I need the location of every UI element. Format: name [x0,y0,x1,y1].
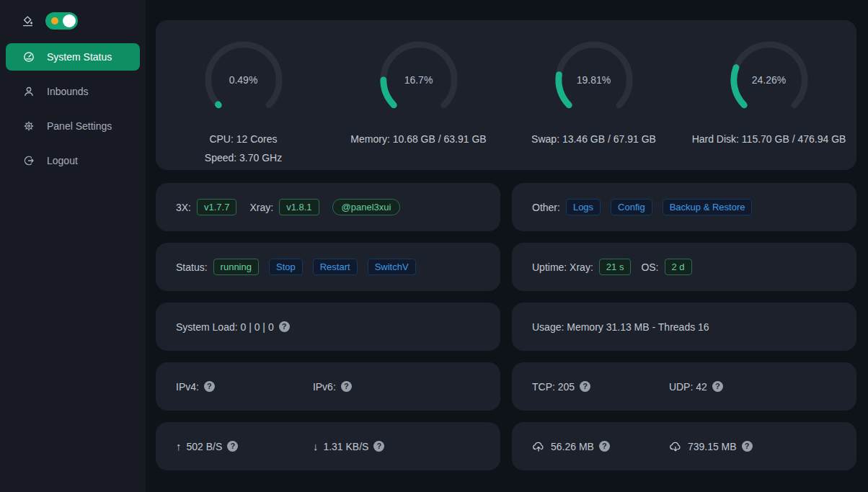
xray-version-label: Xray: [249,202,273,213]
config-button[interactable]: Config [611,199,652,215]
ip-card: IPv4: ? IPv6: ? [156,362,500,411]
disk-percent: 24.26% [727,37,812,122]
uptime-xray-badge: 21 s [599,259,632,275]
udp-count: UDP: 42 [669,381,707,393]
swap-label: Swap: 13.46 GB / 67.91 GB [531,130,656,148]
disk-label: Hard Disk: 115.70 GB / 476.94 GB [692,130,846,148]
sun-icon [51,17,58,24]
ipv4-label: IPv4: [176,381,199,393]
logout-icon [23,155,35,166]
memory-percent: 16.7% [376,37,461,122]
toggle-knob [63,14,76,27]
dashboard-icon [23,51,35,63]
traffic-received: 739.15 MB [688,441,737,452]
system-load-text: System Load: 0 | 0 | 0 [176,321,274,333]
speed-card: ↑ 502 B/S ? ↓ 1.31 KB/S ? [156,422,500,470]
disk-gauge: 24.26% Hard Disk: 115.70 GB / 476.94 GB [692,37,846,170]
sidebar-item-label: Panel Settings [47,120,112,132]
gear-icon [23,120,35,132]
download-speed: 1.31 KB/S [323,441,368,452]
help-icon[interactable]: ? [204,381,215,392]
arrow-up-icon: ↑ [176,440,182,452]
connections-card: TCP: 205 ? UDP: 42 ? [512,362,856,411]
upload-speed: 502 B/S [187,441,223,452]
logs-button[interactable]: Logs [566,199,601,215]
other-card: Other: Logs Config Backup & Restore [512,183,856,231]
help-icon[interactable]: ? [341,381,352,392]
help-icon[interactable]: ? [373,441,384,452]
panel-version-tag: v1.7.7 [197,199,236,215]
sidebar-item-label: Logout [47,155,78,166]
uptime-os-badge: 2 d [665,259,692,275]
cpu-percent: 0.49% [201,37,286,122]
swap-percent: 19.81% [552,37,637,122]
uptime-card: Uptime: Xray: 21 s OS: 2 d [512,243,856,291]
cloud-download-icon [669,441,682,452]
switch-version-button[interactable]: SwitchV [368,259,416,275]
help-icon[interactable]: ? [279,321,290,332]
sidebar-item-label: Inbounds [47,86,89,97]
main-content: 0.49% CPU: 12 Cores Speed: 3.70 GHz 16.7… [146,0,868,492]
dark-mode-toggle[interactable] [45,12,78,30]
uptime-os-label: OS: [641,261,658,273]
arrow-down-icon: ↓ [313,440,319,452]
version-card: 3X: v1.7.7 Xray: v1.8.1 @panel3xui [156,183,500,231]
sidebar-item-panel-settings[interactable]: Panel Settings [6,112,140,140]
memory-gauge: 16.7% Memory: 10.68 GB / 63.91 GB [350,37,486,170]
sidebar-item-inbounds[interactable]: Inbounds [6,78,140,105]
traffic-card: 56.26 MB ? 739.15 MB ? [512,422,856,470]
help-icon[interactable]: ? [742,441,753,452]
backup-restore-button[interactable]: Backup & Restore [663,199,753,215]
sidebar-item-logout[interactable]: Logout [6,147,140,174]
sidebar: System Status Inbounds Panel Settings [0,0,146,492]
restart-button[interactable]: Restart [313,259,358,275]
panel-version-label: 3X: [176,202,191,213]
system-status-card: 0.49% CPU: 12 Cores Speed: 3.70 GHz 16.7… [156,20,856,170]
memory-label: Memory: 10.68 GB / 63.91 GB [350,130,486,148]
usage-text: Usage: Memory 31.13 MB - Threads 16 [532,321,709,333]
help-icon[interactable]: ? [599,441,610,452]
help-icon[interactable]: ? [580,381,590,392]
status-label: Status: [176,261,208,273]
traffic-sent: 56.26 MB [551,441,594,452]
ipv6-label: IPv6: [313,381,336,393]
telegram-channel-tag[interactable]: @panel3xui [332,199,401,215]
cpu-label: CPU: 12 Cores Speed: 3.70 GHz [205,130,282,167]
system-load-card: System Load: 0 | 0 | 0 ? [156,303,500,351]
cpu-gauge: 0.49% CPU: 12 Cores Speed: 3.70 GHz [201,37,286,170]
sidebar-item-system-status[interactable]: System Status [6,43,140,71]
theme-icon [22,15,34,27]
tcp-count: TCP: 205 [532,381,575,393]
info-grid: 3X: v1.7.7 Xray: v1.8.1 @panel3xui Other… [156,183,856,470]
user-icon [23,86,35,97]
status-badge: running [213,259,259,275]
help-icon[interactable]: ? [712,381,723,392]
usage-card: Usage: Memory 31.13 MB - Threads 16 [512,303,856,351]
stop-button[interactable]: Stop [269,259,303,275]
cloud-upload-icon [532,441,545,452]
sidebar-item-label: System Status [47,51,112,63]
sidebar-header [0,10,146,32]
help-icon[interactable]: ? [227,441,238,452]
uptime-xray-label: Uptime: Xray: [532,261,593,273]
swap-gauge: 19.81% Swap: 13.46 GB / 67.91 GB [531,37,656,170]
other-label: Other: [532,202,560,213]
status-card: Status: running Stop Restart SwitchV [156,243,500,291]
xray-version-tag: v1.8.1 [279,199,319,215]
sidebar-menu: System Status Inbounds Panel Settings [0,43,146,174]
